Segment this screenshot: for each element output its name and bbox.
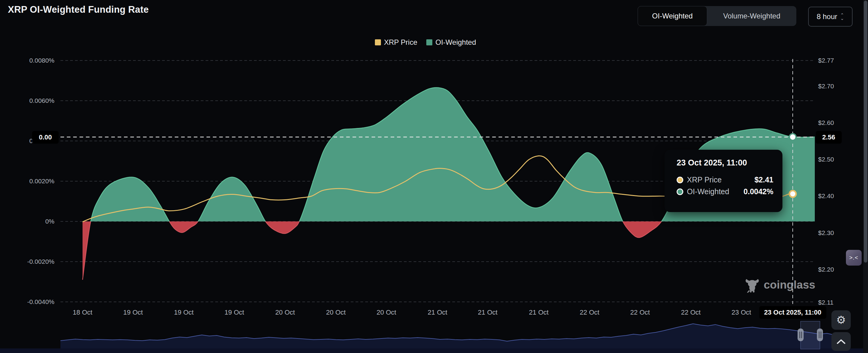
coinglass-watermark: coinglass — [744, 277, 815, 293]
tooltip-title: 23 Oct 2025, 11:00 — [677, 158, 773, 168]
compress-axis-button[interactable]: >.< — [846, 250, 862, 266]
series-dot-icon — [677, 177, 683, 183]
navigator-left-handle[interactable] — [798, 328, 804, 341]
collapse-panel-button[interactable] — [831, 332, 851, 351]
handle-grip-icon — [799, 331, 800, 338]
coinglass-bull-icon — [744, 277, 760, 293]
tooltip-series-label: OI-Weighted — [687, 187, 729, 196]
tooltip-row: OI-Weighted0.0042% — [677, 187, 773, 196]
tooltip-series-value: 0.0042% — [743, 187, 773, 196]
settings-gear-icon: ⚙ — [836, 315, 846, 325]
handle-grip-icon — [801, 331, 802, 338]
tooltip-series-value: $2.41 — [754, 175, 773, 184]
compress-icon: >.< — [849, 255, 858, 261]
handle-grip-icon — [820, 331, 822, 338]
oi-weighted-marker — [789, 134, 796, 140]
tooltip-row: XRP Price$2.41 — [677, 175, 773, 184]
scrollbar-thumb[interactable] — [864, 1, 867, 263]
handle-grip-icon — [819, 331, 819, 338]
xrp-price-marker — [789, 190, 796, 197]
navigator-right-handle[interactable] — [817, 328, 823, 341]
tooltip-series-label: XRP Price — [687, 175, 722, 184]
chevron-up-icon — [837, 339, 846, 344]
navigator-area — [60, 324, 834, 349]
series-dot-icon — [677, 188, 683, 195]
settings-button[interactable]: ⚙ — [831, 310, 851, 330]
watermark-text: coinglass — [764, 278, 815, 291]
chart-tooltip: 23 Oct 2025, 11:00 XRP Price$2.41OI-Weig… — [664, 150, 782, 212]
navigator-baseline — [0, 349, 868, 353]
